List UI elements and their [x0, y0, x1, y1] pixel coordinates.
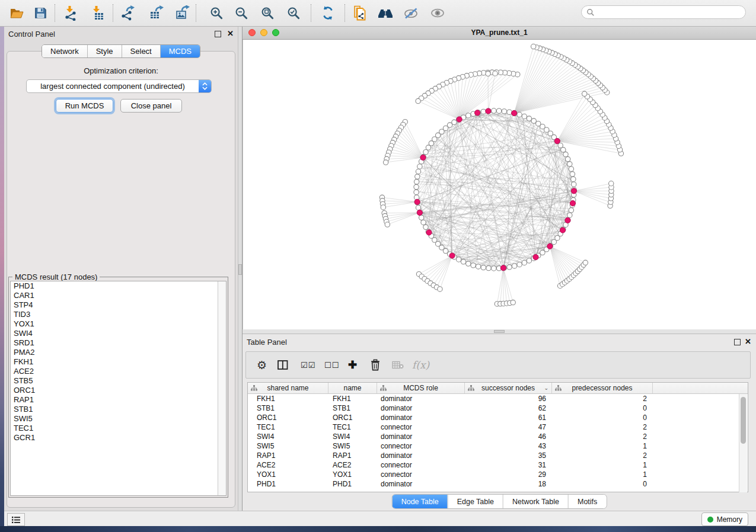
- table-scrollbar[interactable]: [739, 394, 747, 492]
- mcds-result-item[interactable]: SWI4: [11, 329, 226, 338]
- mcds-result-item[interactable]: YOX1: [11, 319, 226, 329]
- mcds-result-item[interactable]: TID3: [11, 310, 226, 319]
- network-window-titlebar[interactable]: YPA_prune.txt_1: [243, 26, 756, 40]
- mcds-result-item[interactable]: FKH1: [11, 357, 226, 367]
- create-column-plus-icon[interactable]: ✚: [348, 358, 357, 371]
- mcds-result-item[interactable]: CAR1: [11, 291, 226, 300]
- column-header-MCDS-role[interactable]: MCDS role: [377, 383, 465, 393]
- cell-MCDS-role: dominator: [377, 394, 465, 403]
- search-input[interactable]: [595, 8, 733, 17]
- tab-node-table[interactable]: Node Table: [393, 495, 448, 508]
- splitter-grip[interactable]: [494, 330, 505, 333]
- mcds-result-item[interactable]: RAP1: [11, 395, 226, 405]
- search-field[interactable]: [581, 5, 746, 19]
- table-scrollbar-thumb[interactable]: [741, 397, 746, 444]
- column-header-shared-name[interactable]: shared name: [248, 383, 328, 393]
- mcds-result-item[interactable]: PHD1: [11, 281, 226, 291]
- mcds-result-item[interactable]: ORC1: [11, 386, 226, 395]
- search-network-binoculars-icon[interactable]: [376, 4, 395, 22]
- cell-shared-name: YOX1: [248, 470, 328, 479]
- share-network-icon[interactable]: [350, 4, 369, 22]
- unselect-all-columns-icon[interactable]: ☐☐: [324, 361, 339, 370]
- horizontal-splitter[interactable]: [243, 329, 756, 334]
- table-row[interactable]: PHD1PHD1dominator180: [248, 479, 748, 489]
- toolbar-separator: [311, 4, 311, 22]
- tab-motifs[interactable]: Motifs: [568, 495, 606, 508]
- show-columns-icon[interactable]: [277, 360, 288, 370]
- cell-MCDS-role: dominator: [377, 403, 465, 413]
- export-table-icon[interactable]: [146, 4, 165, 22]
- export-image-icon[interactable]: [173, 4, 192, 22]
- mcds-result-item[interactable]: STB1: [11, 405, 226, 414]
- close-panel-icon[interactable]: ✕: [745, 337, 751, 346]
- main-toolbar: [0, 0, 756, 27]
- column-header-successor-nodes[interactable]: successor nodes⌄: [465, 383, 552, 393]
- table-row[interactable]: RAP1RAP1dominator352: [248, 451, 748, 460]
- import-network-icon[interactable]: [61, 4, 80, 22]
- close-panel-icon[interactable]: ✕: [227, 29, 234, 38]
- optimization-criterion-select[interactable]: largest connected component (undirected): [26, 79, 212, 93]
- tab-select[interactable]: Select: [122, 45, 160, 57]
- zoom-selected-icon[interactable]: [284, 4, 303, 22]
- tab-style[interactable]: Style: [87, 45, 122, 57]
- splitter-grip[interactable]: [238, 264, 242, 275]
- mcds-result-item[interactable]: STP4: [11, 300, 226, 310]
- toolbar-separator: [113, 4, 113, 22]
- float-panel-icon[interactable]: [215, 31, 221, 37]
- cell-successor-nodes: 96: [465, 394, 552, 403]
- zoom-out-icon[interactable]: [232, 4, 251, 22]
- column-header-name[interactable]: name: [328, 383, 377, 393]
- table-row[interactable]: FKH1FKH1dominator962: [248, 394, 748, 403]
- table-row[interactable]: SWI5SWI5connector431: [248, 441, 748, 451]
- cell-predecessor-nodes: 2: [552, 451, 653, 460]
- cell-predecessor-nodes: 2: [552, 394, 653, 403]
- cell-MCDS-role: connector: [377, 422, 465, 432]
- mcds-result-item[interactable]: SRD1: [11, 338, 226, 348]
- open-session-icon[interactable]: [7, 4, 26, 22]
- mcds-result-item[interactable]: ACE2: [11, 367, 226, 376]
- import-table-icon[interactable]: [88, 4, 107, 22]
- mcds-result-item[interactable]: SWI5: [11, 414, 226, 424]
- table-row[interactable]: ACE2ACE2connector311: [248, 460, 748, 470]
- hide-selected-eye-slash-icon[interactable]: [401, 4, 420, 22]
- selected-option-label: largest connected component (undirected): [27, 82, 199, 91]
- table-row[interactable]: SWI4SWI4dominator462: [248, 432, 748, 441]
- table-row[interactable]: YOX1YOX1connector291: [248, 470, 748, 479]
- close-panel-button[interactable]: Close panel: [120, 99, 182, 113]
- mcds-result-item[interactable]: TEC1: [11, 424, 226, 433]
- vertical-splitter[interactable]: [238, 26, 243, 511]
- mcds-result-list[interactable]: PHD1CAR1STP4TID3YOX1SWI4SRD1PMA2FKH1ACE2…: [10, 281, 227, 496]
- mcds-result-item[interactable]: STB5: [11, 376, 226, 386]
- cell-successor-nodes: 29: [465, 470, 552, 479]
- control-panel-titlebar: Control Panel ✕: [4, 26, 238, 41]
- table-row[interactable]: ORC1ORC1dominator610: [248, 413, 748, 422]
- tab-network-table[interactable]: Network Table: [503, 495, 568, 508]
- mcds-result-scrollbar[interactable]: [218, 281, 226, 495]
- status-bar: Memory: [4, 511, 756, 526]
- select-all-columns-icon[interactable]: ☑☑: [301, 361, 315, 370]
- table-row[interactable]: STB1STB1dominator620: [248, 403, 748, 413]
- mcds-result-item[interactable]: PMA2: [11, 348, 226, 357]
- network-canvas[interactable]: [243, 40, 756, 329]
- cell-MCDS-role: dominator: [377, 479, 465, 489]
- zoom-fit-icon[interactable]: [258, 4, 277, 22]
- show-all-eye-icon[interactable]: [428, 4, 447, 22]
- mcds-result-item[interactable]: GCR1: [11, 433, 226, 443]
- export-network-icon[interactable]: [118, 4, 137, 22]
- table-panel: Table Panel ✕ ⚙ ☑☑ ☐☐ ✚ f(x) shared name…: [243, 334, 756, 511]
- float-panel-icon[interactable]: [734, 339, 741, 345]
- save-session-icon[interactable]: [31, 4, 50, 22]
- tab-network[interactable]: Network: [42, 45, 87, 57]
- toolbar-separator: [196, 4, 196, 22]
- delete-column-trash-icon[interactable]: [369, 359, 381, 371]
- run-mcds-button[interactable]: Run MCDS: [56, 99, 113, 113]
- column-header-predecessor-nodes[interactable]: predecessor nodes: [552, 383, 653, 393]
- task-history-button[interactable]: [7, 513, 25, 526]
- memory-button[interactable]: Memory: [701, 512, 748, 526]
- tab-edge-table[interactable]: Edge Table: [448, 495, 503, 508]
- refresh-icon[interactable]: [318, 4, 337, 22]
- tab-mcds[interactable]: MCDS: [160, 45, 200, 57]
- table-settings-gear-icon[interactable]: ⚙: [257, 358, 267, 372]
- table-row[interactable]: TEC1TEC1connector472: [248, 422, 748, 432]
- zoom-in-icon[interactable]: [207, 4, 226, 22]
